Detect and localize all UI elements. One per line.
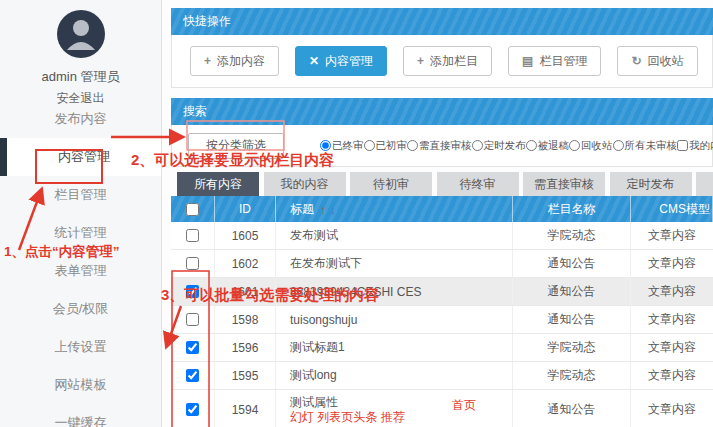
filter-by-category-button[interactable]: 按分类筛选 (188, 133, 284, 159)
table-row: 1595 测试long 学院动态 文章内容 (171, 362, 713, 390)
sort-ascending-icon[interactable]: ↑ (320, 202, 327, 217)
sidebar-menu: 发布内容 内容管理 栏目管理 统计管理 表单管理 会员/权限 上传设置 网站模板… (0, 100, 161, 427)
content-tabs: 所有内容 我的内容 待初审 待终审 需直接审核 定时发布 (177, 172, 713, 196)
row-id: 1601 (215, 278, 276, 305)
radio-input[interactable] (526, 140, 537, 151)
row-checkbox[interactable] (186, 285, 199, 298)
row-model: 文章内容 (631, 334, 713, 361)
tab-scheduled[interactable]: 定时发布 (610, 172, 692, 196)
radio-direct-audit[interactable]: 需直接审核 (407, 139, 472, 153)
radio-label: 被退稿 (538, 139, 570, 153)
tab-direct-audit[interactable]: 需直接审核 (523, 172, 605, 196)
radio-unaudited[interactable]: 所有未审核 (613, 139, 678, 153)
row-model: 文章内容 (631, 362, 713, 389)
sidebar-item-upload-settings[interactable]: 上传设置 (0, 328, 161, 366)
clipboard-icon: ▤ (522, 54, 533, 68)
user-name: admin 管理员 (0, 68, 161, 86)
tab-cutoff[interactable] (696, 172, 713, 196)
row-column: 通知公告 (513, 278, 631, 305)
row-model: 文章内容 (631, 250, 713, 277)
row-title[interactable]: 测试long (276, 362, 513, 389)
radio-input[interactable] (472, 140, 483, 151)
row-model: 文章内容 (631, 278, 713, 305)
sidebar-item-cache[interactable]: 一键缓存 (0, 404, 161, 427)
my-content-checkbox[interactable]: 我的内容 (677, 139, 713, 153)
row-title[interactable]: 测试标题1 (276, 334, 513, 361)
radio-label: 定时发布 (484, 139, 526, 153)
header-select-all (171, 196, 215, 222)
table-row: 1598 tuisongshuju 通知公告 文章内容 (171, 306, 713, 334)
plus-icon: + (204, 54, 211, 68)
row-title[interactable]: tuisongshuju (276, 306, 513, 333)
search-panel: 搜索 按分类筛选 已终审 已初审 需直接审核 定时发布 被退稿 回收站 所有未审… (171, 98, 713, 167)
row-title[interactable]: 发布测试 (276, 222, 513, 249)
radio-input[interactable] (407, 140, 418, 151)
row-column: 通知公告 (513, 250, 631, 277)
add-column-label: 添加栏目 (430, 53, 478, 70)
sidebar-item-column-management[interactable]: 栏目管理 (0, 176, 161, 214)
table-row: 1594 测试属性 幻灯 列表页头条 推荐 首页 通知公告 文章内容 (171, 390, 713, 427)
content-management-button[interactable]: ✕ 内容管理 (295, 46, 387, 76)
sort-descending-icon[interactable]: ↓ (330, 202, 337, 217)
header-id: ID (215, 196, 276, 222)
tab-pending-final-audit[interactable]: 待终审 (437, 172, 519, 196)
cms-admin-screen: admin 管理员 安全退出 发布内容 内容管理 栏目管理 统计管理 表单管理 … (0, 0, 713, 427)
content-table: ID 标题 ↑ ↓ 栏目名称 CMS模型 1605 发布测试 学院动态 文章内容… (171, 196, 713, 427)
row-checkbox[interactable] (186, 257, 199, 270)
row-model: 文章内容 (631, 222, 713, 249)
radio-input[interactable] (320, 140, 331, 151)
checkbox-input[interactable] (677, 140, 688, 151)
table-row: 1601 8883939434CESHI CES 通知公告 文章内容 (171, 278, 713, 306)
radio-scheduled[interactable]: 定时发布 (472, 139, 526, 153)
column-management-label: 栏目管理 (539, 53, 587, 70)
radio-label: 需直接审核 (419, 139, 472, 153)
row-id: 1595 (215, 362, 276, 389)
sidebar-item-content-management[interactable]: 内容管理 (0, 138, 161, 176)
radio-input[interactable] (364, 140, 375, 151)
recycle-bin-button[interactable]: ↻ 回收站 (617, 46, 697, 76)
row-attributes: 幻灯 列表页头条 推荐 (290, 410, 512, 425)
row-title[interactable]: 在发布测试下 (276, 250, 513, 277)
add-content-button[interactable]: + 添加内容 (190, 46, 279, 76)
sidebar-item-statistics[interactable]: 统计管理 (0, 214, 161, 252)
row-id: 1605 (215, 222, 276, 249)
row-checkbox[interactable] (186, 341, 199, 354)
radio-input[interactable] (613, 140, 624, 151)
row-checkbox[interactable] (186, 313, 199, 326)
row-checkbox[interactable] (186, 229, 199, 242)
radio-recycle[interactable]: 回收站 (569, 139, 613, 153)
row-checkbox[interactable] (186, 369, 199, 382)
refresh-icon: ↻ (631, 54, 641, 68)
radio-first-audited[interactable]: 已初审 (364, 139, 408, 153)
table-header: ID 标题 ↑ ↓ 栏目名称 CMS模型 (171, 196, 713, 222)
sidebar-item-forms[interactable]: 表单管理 (0, 252, 161, 290)
table-row: 1605 发布测试 学院动态 文章内容 (171, 222, 713, 250)
row-id: 1602 (215, 250, 276, 277)
quick-actions-body: + 添加内容 ✕ 内容管理 + 添加栏目 ▤ 栏目管理 ↻ 回收站 (171, 35, 713, 88)
user-icon (57, 10, 105, 58)
audit-status-radios: 已终审 已初审 需直接审核 定时发布 被退稿 回收站 所有未审核 我的内容 (320, 139, 713, 153)
tab-my-content[interactable]: 我的内容 (264, 172, 346, 196)
column-management-button[interactable]: ▤ 栏目管理 (508, 46, 601, 76)
sidebar-item-members[interactable]: 会员/权限 (0, 290, 161, 328)
sidebar-item-site-templates[interactable]: 网站模板 (0, 366, 161, 404)
tab-pending-first-audit[interactable]: 待初审 (350, 172, 432, 196)
row-title-cell: 测试属性 幻灯 列表页头条 推荐 首页 (276, 390, 513, 427)
row-title[interactable]: 8883939434CESHI CES (276, 278, 513, 305)
plus-icon: + (417, 54, 424, 68)
row-title[interactable]: 测试属性 (290, 395, 512, 410)
tab-all-content[interactable]: 所有内容 (177, 172, 259, 196)
header-title: 标题 ↑ ↓ (276, 196, 513, 222)
row-id: 1598 (215, 306, 276, 333)
row-column: 学院动态 (513, 334, 631, 361)
radio-input[interactable] (569, 140, 580, 151)
header-column-name: 栏目名称 (513, 196, 631, 222)
row-column: 学院动态 (513, 362, 631, 389)
radio-label: 已终审 (332, 139, 364, 153)
radio-rejected[interactable]: 被退稿 (526, 139, 570, 153)
select-all-checkbox[interactable] (186, 203, 199, 216)
add-column-button[interactable]: + 添加栏目 (403, 46, 492, 76)
radio-final-audited[interactable]: 已终审 (320, 139, 364, 153)
row-checkbox[interactable] (186, 403, 199, 416)
sidebar-item-publish-content[interactable]: 发布内容 (0, 100, 161, 138)
